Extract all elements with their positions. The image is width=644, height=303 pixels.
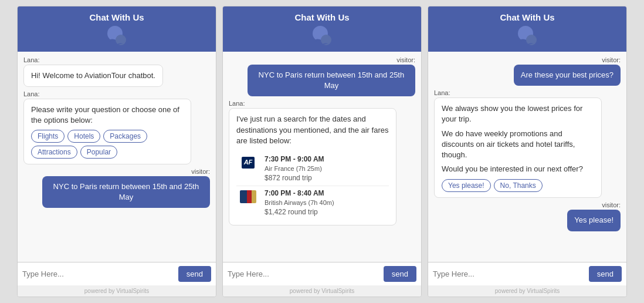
lana-msg-group-1: Lana: Hi! Welcome to AviationTour chatbo… [23,56,210,87]
chat-icon-1 [106,25,128,47]
chat-header-1: Chat With Us [18,6,216,52]
chat-widget-2: Chat With Us visitor: NYC to Paris retur… [222,6,422,297]
powered-by-2: powered by VirtualSpirits [223,285,421,297]
flight-price-1: $872 round trip [265,173,389,183]
options-row-1: Flights Hotels Packages Attractions Popu… [31,130,184,159]
send-button-3[interactable]: send [589,266,622,282]
chat-footer-2: send [223,262,421,285]
visitor-label-1: visitor: [191,168,210,175]
visitor-label-3: visitor: [602,56,621,63]
visitor-label-2: visitor: [396,56,415,63]
chat-body-2: visitor: NYC to Paris return between 15t… [223,52,421,262]
flight-airline-2: British Airways (7h 40m) [265,198,389,207]
lana-bubble-3: I've just run a search for the dates and… [229,108,396,225]
lana-bubble-2: Please write your question or choose one… [23,99,191,164]
flight-price-2: $1,422 round trip [265,207,389,217]
chat-header-2: Chat With Us [223,6,421,52]
send-button-2[interactable]: send [384,266,416,282]
visitor-msg-group-3: visitor: Are these your best prices? [434,56,621,86]
lana-msg-group-2: Lana: Please write your question or choo… [23,90,210,164]
flight-card-2: 7:00 PM - 8:40 AM British Airways (7h 40… [236,186,389,220]
powered-by-1: powered by VirtualSpirits [18,285,216,297]
chat-footer-3: send [428,262,626,285]
chat-icon-2 [311,25,333,47]
visitor-msg-group-2: visitor: NYC to Paris return between 15t… [229,56,415,96]
lana-label-4: Lana: [434,89,621,96]
chat-icon-3 [516,25,538,47]
flight-time-1: 7:30 PM - 9:00 AM [265,154,389,164]
chat-input-2[interactable] [228,270,380,278]
visitor-msg-group-1: visitor: NYC to Paris return between 15t… [23,168,210,208]
send-button-1[interactable]: send [178,266,211,282]
option-yes-please[interactable]: Yes please! [442,179,491,192]
flight-info-1: 7:30 PM - 9:00 AM Air France (7h 25m) $8… [265,154,389,183]
option-attractions[interactable]: Attractions [31,146,77,159]
flight-airline-1: Air France (7h 25m) [265,164,389,173]
visitor-bubble-2: NYC to Paris return between 15th and 25t… [248,65,415,96]
option-no-thanks[interactable]: No, Thanks [494,179,543,192]
option-flights[interactable]: Flights [31,130,65,143]
chat-input-3[interactable] [433,270,585,278]
lana-label-2: Lana: [23,90,210,97]
lana-bubble-4: We always show you the lowest prices for… [434,97,602,198]
visitor-label-4: visitor: [602,201,621,208]
flight-time-2: 7:00 PM - 8:40 AM [265,188,389,198]
visitor-bubble-1: NYC to Paris return between 15th and 25t… [42,176,210,208]
british-airways-logo [236,188,260,205]
chat-body-3: visitor: Are these your best prices? Lan… [428,52,626,262]
header-title-3: Chat With Us [500,12,554,22]
flight-info-2: 7:00 PM - 8:40 AM British Airways (7h 40… [265,188,389,217]
flight-card-1: AF 7:30 PM - 9:00 AM Air France (7h 25m)… [236,152,389,186]
lana-bubble-1: Hi! Welcome to AviationTour chatbot. [23,65,163,87]
options-row-3: Yes please! No, Thanks [442,179,594,192]
header-title-2: Chat With Us [294,12,349,22]
chat-widget-3: Chat With Us visitor: Are these your bes… [428,6,627,297]
air-france-logo: AF [236,154,260,171]
option-hotels[interactable]: Hotels [67,130,100,143]
visitor-bubble-4: Yes please! [567,210,621,231]
header-title-1: Chat With Us [89,12,144,22]
chat-widget-1: Chat With Us Lana: Hi! Welcome to Aviati… [17,6,216,297]
option-packages[interactable]: Packages [103,130,147,143]
lana-msg-group-3: Lana: I've just run a search for the dat… [229,100,415,225]
lana-msg-group-4: Lana: We always show you the lowest pric… [434,89,621,198]
lana-label-1: Lana: [23,56,210,63]
chat-body-1: Lana: Hi! Welcome to AviationTour chatbo… [18,52,216,262]
visitor-bubble-3: Are these your best prices? [514,65,621,86]
powered-by-3: powered by VirtualSpirits [428,285,626,297]
chat-header-3: Chat With Us [428,6,626,52]
option-popular[interactable]: Popular [80,146,117,159]
flights-list: AF 7:30 PM - 9:00 AM Air France (7h 25m)… [236,152,389,220]
visitor-msg-group-4: visitor: Yes please! [434,201,621,231]
lana-label-3: Lana: [229,100,415,107]
chat-input-1[interactable] [22,270,175,278]
chat-footer-1: send [18,262,216,285]
